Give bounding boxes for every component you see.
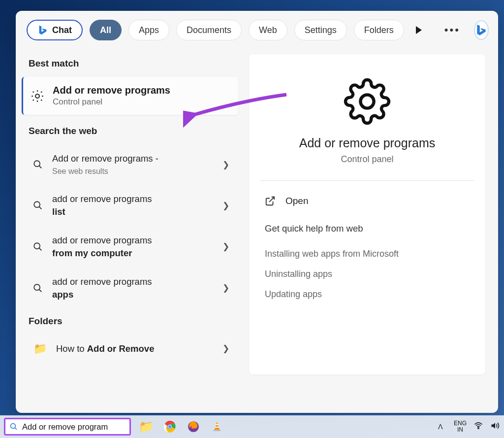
web-result-text: add or remove programsfrom my computer <box>52 234 152 260</box>
chevron-right-icon: ❯ <box>222 201 229 211</box>
svg-line-10 <box>269 197 274 202</box>
svg-marker-23 <box>492 423 496 429</box>
web-result-text: add or remove programsapps <box>52 275 152 301</box>
section-best-match: Best match <box>16 51 244 77</box>
taskbar-search[interactable] <box>4 418 131 436</box>
tab-label: All <box>100 25 111 35</box>
section-folders: Folders <box>16 309 244 335</box>
svg-line-6 <box>39 248 42 251</box>
section-search-web: Search the web <box>16 119 244 144</box>
svg-rect-20 <box>216 424 219 425</box>
svg-line-12 <box>15 428 17 430</box>
wifi-icon[interactable] <box>473 421 483 433</box>
detail-column: Add or remove programs Control panel Ope… <box>244 45 498 413</box>
detail-card: Add or remove programs Control panel Ope… <box>249 54 485 374</box>
svg-rect-19 <box>214 430 220 431</box>
help-header: Get quick help from web <box>260 220 474 244</box>
tab-folders[interactable]: Folders <box>354 20 404 40</box>
svg-point-1 <box>34 161 40 167</box>
tab-web[interactable]: Web <box>249 20 287 40</box>
detail-subtitle: Control panel <box>260 154 474 165</box>
tab-apps[interactable]: Apps <box>128 20 169 40</box>
vlc-icon[interactable] <box>209 418 225 435</box>
gear-icon <box>30 89 45 103</box>
more-options[interactable]: ••• <box>441 24 464 36</box>
svg-point-9 <box>360 95 374 108</box>
results-column: Best match Add or remove programs Contro… <box>16 45 244 413</box>
divider <box>260 180 474 181</box>
tabs-scroll-right[interactable] <box>411 26 427 34</box>
best-match-subtitle: Control panel <box>53 97 170 107</box>
start-search-panel: Chat All Apps Documents Web Settings Fol… <box>16 11 498 413</box>
search-icon <box>32 200 43 211</box>
web-result-text: add or remove programslist <box>52 193 152 218</box>
svg-line-8 <box>39 289 42 292</box>
language-indicator[interactable]: ENGIN <box>454 420 467 433</box>
search-icon <box>32 283 43 294</box>
folder-icon: 📁 <box>32 342 47 355</box>
svg-point-22 <box>478 427 479 428</box>
svg-point-5 <box>34 243 40 249</box>
tab-label: Settings <box>305 25 337 35</box>
taskbar: 📁 ᐱ ENGIN <box>0 415 504 438</box>
tab-label: Web <box>259 25 277 35</box>
tray-overflow[interactable]: ᐱ <box>434 423 447 431</box>
svg-point-0 <box>35 94 39 98</box>
firefox-icon[interactable] <box>185 418 202 435</box>
volume-icon[interactable] <box>490 421 500 433</box>
open-external-icon <box>265 196 276 206</box>
best-match-result[interactable]: Add or remove programs Control panel <box>22 77 238 115</box>
chevron-right-icon: ❯ <box>222 241 229 252</box>
tab-label: Folders <box>364 25 394 35</box>
svg-point-17 <box>168 425 171 428</box>
chevron-right-icon: ❯ <box>222 283 229 293</box>
tab-label: Chat <box>52 25 72 35</box>
detail-title: Add or remove programs <box>260 136 474 150</box>
tab-label: Documents <box>187 25 231 35</box>
help-link[interactable]: Installing web apps from Microsoft <box>260 244 474 264</box>
tab-settings[interactable]: Settings <box>294 20 347 40</box>
tab-chat[interactable]: Chat <box>27 20 83 40</box>
folder-result-text: How to Add or Remove <box>56 342 154 355</box>
search-icon <box>9 422 18 431</box>
gear-icon-large <box>260 78 474 125</box>
svg-point-11 <box>11 424 16 429</box>
svg-point-7 <box>34 284 40 290</box>
filter-tabs: Chat All Apps Documents Web Settings Fol… <box>16 11 498 45</box>
bing-icon <box>37 25 48 35</box>
triangle-right-icon <box>416 26 422 34</box>
open-action[interactable]: Open <box>260 194 474 220</box>
search-icon <box>32 159 43 170</box>
help-link[interactable]: Uninstalling apps <box>260 264 474 284</box>
svg-line-4 <box>39 207 42 209</box>
tab-all[interactable]: All <box>90 20 122 40</box>
web-result[interactable]: add or remove programsfrom my computer ❯ <box>16 226 244 268</box>
file-explorer-icon[interactable]: 📁 <box>138 418 155 435</box>
svg-line-2 <box>39 166 42 168</box>
svg-point-3 <box>34 202 40 207</box>
best-match-title: Add or remove programs <box>53 85 170 96</box>
bing-button[interactable] <box>474 20 489 40</box>
open-label: Open <box>285 196 308 206</box>
chrome-icon[interactable] <box>161 418 178 435</box>
web-result-text: Add or remove programs -See web results <box>52 152 158 177</box>
taskbar-search-input[interactable] <box>22 422 126 432</box>
web-result[interactable]: add or remove programsapps ❯ <box>16 268 244 309</box>
web-result[interactable]: Add or remove programs -See web results … <box>16 144 244 185</box>
help-link[interactable]: Updating apps <box>260 284 474 304</box>
tab-label: Apps <box>139 25 159 35</box>
search-icon <box>32 241 43 252</box>
chevron-right-icon: ❯ <box>222 160 229 170</box>
chevron-right-icon: ❯ <box>222 343 229 354</box>
svg-rect-21 <box>215 427 219 428</box>
folder-result[interactable]: 📁 How to Add or Remove ❯ <box>16 335 244 363</box>
web-result[interactable]: add or remove programslist ❯ <box>16 185 244 226</box>
tab-documents[interactable]: Documents <box>176 20 242 40</box>
